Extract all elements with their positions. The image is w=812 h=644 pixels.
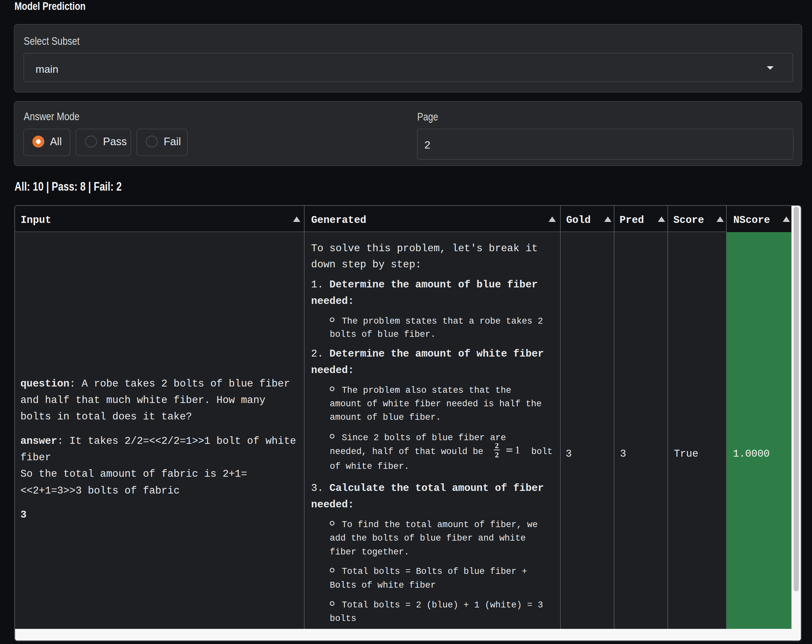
svg-text:Fail: Fail (164, 136, 181, 148)
svg-text:bolt: bolt (531, 447, 553, 457)
svg-text:To find the total amount of fi: To find the total amount of fiber, we (342, 520, 538, 530)
svg-text:Input: Input (21, 214, 51, 226)
svg-text:needed:: needed: (311, 295, 354, 307)
svg-text:Model Prediction: Model Prediction (14, 0, 85, 12)
svg-text:needed:: needed: (311, 499, 354, 510)
svg-text:bolts of blue fiber.: bolts of blue fiber. (330, 330, 436, 339)
svg-text:2: 2 (495, 450, 499, 459)
svg-text:NScore: NScore (733, 214, 770, 226)
svg-text:Total bolts = Bolts of blue fi: Total bolts = Bolts of blue fiber + (342, 567, 527, 577)
svg-text:down step by step:: down step by step: (311, 259, 421, 270)
svg-text:Pred: Pred (620, 214, 644, 226)
svg-text:fiber: fiber (20, 452, 51, 463)
svg-text:amount of blue fiber.: amount of blue fiber. (330, 412, 441, 423)
svg-text:3: 3 (20, 509, 27, 520)
svg-text:So the total amount of fabric: So the total amount of fabric is 2+1= (20, 468, 247, 480)
svg-text:Score: Score (673, 214, 704, 226)
svg-text:of white fiber.: of white fiber. (330, 462, 409, 472)
svg-text:add the bolts of blue fiber an: add the bolts of blue fiber and white (330, 533, 526, 543)
svg-text:3: 3 (566, 448, 572, 459)
svg-text:main: main (35, 63, 58, 75)
svg-text:answer: It takes 2/2=<<2/2=1>>: answer: It takes 2/2=<<2/2=1>>1 bolt of … (20, 435, 296, 447)
svg-text:1.0000: 1.0000 (733, 448, 770, 459)
svg-text:bolts: bolts (330, 614, 356, 624)
svg-text:needed:: needed: (311, 365, 354, 376)
svg-text:2. Determine the amount of whi: 2. Determine the amount of white fiber (311, 348, 544, 360)
svg-text:The problem states that a robe: The problem states that a robe takes 2 (342, 316, 543, 326)
svg-text:1: 1 (515, 444, 520, 456)
svg-text:1. Determine the amount of blu: 1. Determine the amount of blue fiber (311, 279, 538, 290)
svg-text:Gold: Gold (566, 214, 591, 226)
svg-text:bolts in total does it take?: bolts in total does it take? (20, 411, 192, 423)
svg-text:All: 10 | Pass: 8 | Fail: 2: All: 10 | Pass: 8 | Fail: 2 (14, 180, 122, 194)
svg-text:question: A robe takes 2 bolts: question: A robe takes 2 bolts of blue f… (20, 378, 290, 389)
svg-text:2: 2 (424, 139, 430, 151)
svg-text:Pass: Pass (103, 136, 127, 148)
svg-text:To solve this problem, let's b: To solve this problem, let's break it (311, 243, 538, 254)
svg-text:<<2+1=3>>3 bolts of fabric: <<2+1=3>>3 bolts of fabric (20, 485, 180, 496)
svg-text:3. Calculate the total amount: 3. Calculate the total amount of fiber (311, 482, 544, 494)
svg-text:Bolts of white fiber: Bolts of white fiber (330, 580, 436, 591)
svg-text:Generated: Generated (311, 214, 366, 226)
svg-text:and half that much white fiber: and half that much white fiber. How many (20, 394, 266, 406)
svg-text:True: True (674, 448, 698, 459)
svg-text:Select Subset: Select Subset (24, 35, 80, 47)
svg-text:needed, half of that would be: needed, half of that would be (330, 447, 483, 457)
svg-text:amount of white fiber needed i: amount of white fiber needed is half the (330, 399, 542, 409)
svg-text:2: 2 (495, 441, 499, 450)
svg-text:Answer Mode: Answer Mode (24, 110, 80, 122)
svg-text:Total bolts = 2 (blue) + 1 (wh: Total bolts = 2 (blue) + 1 (white) = 3 (342, 600, 543, 610)
svg-text:fiber together.: fiber together. (330, 547, 409, 557)
svg-text:Since 2 bolts of blue fiber ar: Since 2 bolts of blue fiber are (342, 433, 506, 443)
svg-text:All: All (50, 136, 62, 148)
svg-text:The problem also states that t: The problem also states that the (342, 386, 511, 395)
svg-text:3: 3 (620, 448, 626, 459)
svg-text:Page: Page (417, 110, 438, 123)
